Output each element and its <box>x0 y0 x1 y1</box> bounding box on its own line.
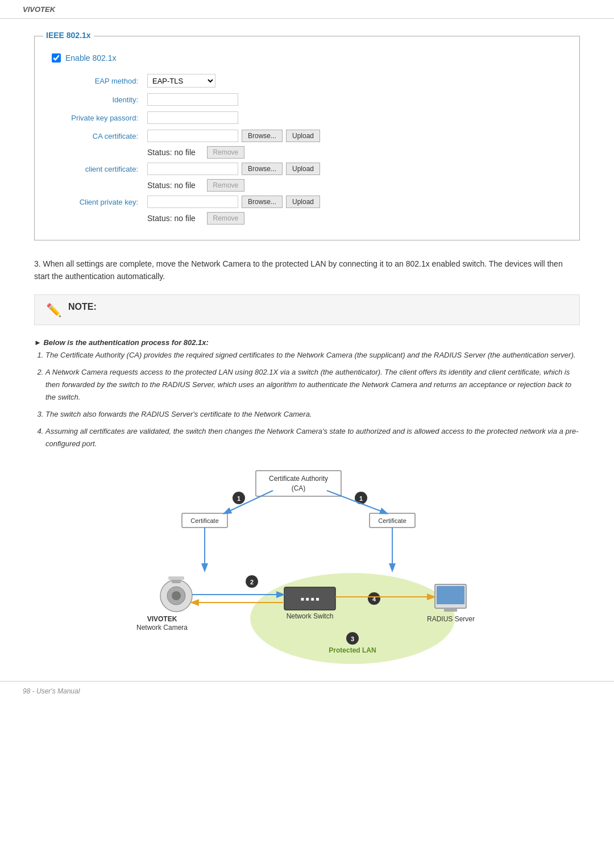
svg-text:Protected LAN: Protected LAN <box>329 646 376 654</box>
auth-item-3: The switch also forwards the RADIUS Serv… <box>45 408 580 421</box>
brand-logo: VIVOTEK <box>23 5 55 14</box>
svg-text:Network Camera: Network Camera <box>136 624 188 632</box>
identity-input[interactable] <box>147 93 238 106</box>
auth-item-1: The Certificate Authority (CA) provides … <box>45 349 580 362</box>
client-private-key-input[interactable] <box>147 196 238 208</box>
auth-item-2: A Network Camera requests access to the … <box>45 366 580 404</box>
form-table: EAP method: EAP-TLS EAP-PEAP Identity: <box>52 71 562 226</box>
svg-text:Network Switch: Network Switch <box>287 612 334 620</box>
footer-text: 98 - User's Manual <box>23 687 80 695</box>
svg-text:1: 1 <box>237 495 240 502</box>
svg-text:RADIUS Server: RADIUS Server <box>427 615 475 623</box>
private-key-row: Private key passord: <box>52 109 562 127</box>
client-private-key-row: Client private key: Browse... Upload <box>52 193 562 211</box>
enable-label: Enable 802.1x <box>65 53 117 63</box>
client-cert-label: client certificate: <box>52 160 143 178</box>
svg-text:Certificate: Certificate <box>378 517 406 524</box>
eap-method-control: EAP-TLS EAP-PEAP <box>143 71 562 90</box>
svg-text:VIVOTEK: VIVOTEK <box>147 615 177 623</box>
ca-cert-input[interactable] <box>147 130 238 142</box>
svg-rect-20 <box>168 576 184 580</box>
svg-text:Certificate Authority: Certificate Authority <box>269 475 328 483</box>
eap-method-row: EAP method: EAP-TLS EAP-PEAP <box>52 71 562 90</box>
client-cert-input[interactable] <box>147 163 238 175</box>
auth-list: ► Below is the authentication process fo… <box>34 337 580 451</box>
client-status-control: Status: no file Remove <box>143 178 562 193</box>
ca-cert-browse-button[interactable]: Browse... <box>242 130 283 142</box>
eap-method-label: EAP method: <box>52 71 143 90</box>
identity-row: Identity: <box>52 90 562 109</box>
private-key-status-row: Status: no file Remove <box>52 211 562 226</box>
svg-rect-25 <box>444 608 457 612</box>
private-key-status-label <box>52 211 143 226</box>
note-box: ✏️ NOTE: <box>34 294 580 325</box>
client-private-key-upload-button[interactable]: Upload <box>286 196 320 208</box>
eap-method-select[interactable]: EAP-TLS EAP-PEAP <box>147 74 215 88</box>
svg-line-12 <box>225 491 273 513</box>
client-private-key-label: Client private key: <box>52 193 143 211</box>
svg-text:3: 3 <box>351 636 354 642</box>
ieee-section: IEEE 802.1x Enable 802.1x EAP method: EA… <box>34 36 580 240</box>
client-status-text: Status: no file <box>147 181 196 190</box>
svg-text:1: 1 <box>359 495 363 502</box>
ca-status-control: Status: no file Remove <box>143 145 562 160</box>
private-key-label: Private key passord: <box>52 109 143 127</box>
private-key-remove-button[interactable]: Remove <box>207 212 245 225</box>
svg-text:Certificate: Certificate <box>190 517 219 524</box>
private-key-control <box>143 109 562 127</box>
identity-label: Identity: <box>52 90 143 109</box>
client-private-key-browse-button[interactable]: Browse... <box>242 196 283 208</box>
private-key-input[interactable] <box>147 111 238 124</box>
enable-row: Enable 802.1x <box>52 53 562 63</box>
auth-diagram: Certificate Authority (CA) Certificate C… <box>108 465 506 670</box>
note-icon: ✏️ <box>46 303 61 318</box>
client-cert-browse-button[interactable]: Browse... <box>242 163 283 175</box>
ca-status-label <box>52 145 143 160</box>
private-key-status-control: Status: no file Remove <box>143 211 562 226</box>
private-key-status-text: Status: no file <box>147 214 196 223</box>
ca-status-text: Status: no file <box>147 148 196 157</box>
ca-cert-upload-button[interactable]: Upload <box>286 130 320 142</box>
note-title: NOTE: <box>68 302 97 312</box>
diagram-area: Certificate Authority (CA) Certificate C… <box>34 465 580 670</box>
ca-cert-row: CA certificate: Browse... Upload <box>52 127 562 145</box>
svg-rect-24 <box>437 586 464 604</box>
step3-text: 3. When all settings are complete, move … <box>34 258 580 283</box>
svg-text:■ ■ ■ ■: ■ ■ ■ ■ <box>301 596 320 602</box>
client-private-key-control: Browse... Upload <box>143 193 562 211</box>
client-status-label <box>52 178 143 193</box>
ca-cert-label: CA certificate: <box>52 127 143 145</box>
svg-point-18 <box>172 591 181 600</box>
client-cert-control: Browse... Upload <box>143 160 562 178</box>
auth-bullet: ► Below is the authentication process fo… <box>34 337 580 349</box>
ieee-title: IEEE 802.1x <box>43 31 94 40</box>
client-cert-remove-button[interactable]: Remove <box>207 179 245 192</box>
auth-item-4: Assuming all certificates are validated,… <box>45 425 580 450</box>
client-cert-upload-button[interactable]: Upload <box>286 163 320 175</box>
svg-text:(CA): (CA) <box>292 484 306 492</box>
ca-status-row: Status: no file Remove <box>52 145 562 160</box>
enable-802-1x-checkbox[interactable] <box>52 53 61 63</box>
client-cert-row: client certificate: Browse... Upload <box>52 160 562 178</box>
identity-control <box>143 90 562 109</box>
svg-text:2: 2 <box>250 579 254 585</box>
client-status-row: Status: no file Remove <box>52 178 562 193</box>
ca-cert-remove-button[interactable]: Remove <box>207 146 245 159</box>
ca-cert-control: Browse... Upload <box>143 127 562 145</box>
